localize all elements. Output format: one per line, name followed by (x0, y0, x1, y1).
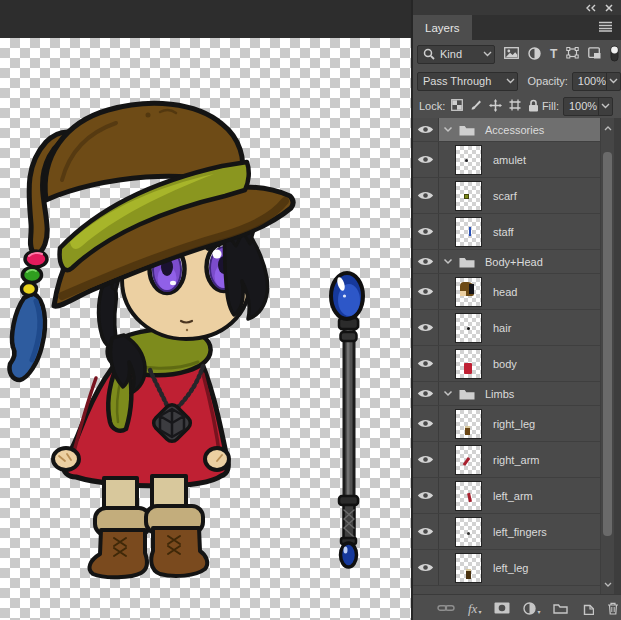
delete-layer-icon[interactable] (607, 602, 619, 615)
smart-object-filter-icon[interactable] (588, 47, 601, 61)
opacity-dropdown[interactable]: 100% (572, 72, 621, 91)
row-content[interactable]: left_fingers (439, 514, 600, 549)
layer-thumbnail[interactable] (455, 217, 482, 247)
add-adjustment-layer-icon[interactable]: ▾ (523, 602, 540, 615)
chevron-down-icon (504, 78, 517, 84)
eye-icon[interactable] (413, 178, 439, 213)
eye-icon[interactable] (413, 514, 439, 549)
fill-label: Fill: (542, 100, 559, 112)
layer-thumbnail[interactable] (455, 277, 482, 307)
lock-artboard-icon[interactable] (509, 99, 521, 113)
eye-icon[interactable] (413, 310, 439, 345)
scrollbar-thumb[interactable] (603, 152, 612, 536)
layer-style-fx-icon[interactable]: fx▾ (468, 602, 481, 615)
layers-scrollbar[interactable] (600, 118, 614, 594)
thumbnail-art-head (460, 282, 474, 296)
eye-icon[interactable] (413, 406, 439, 441)
layer-row-left_fingers[interactable]: left_fingers (413, 514, 600, 550)
lock-position-icon[interactable] (489, 99, 502, 114)
scroll-down-arrow[interactable] (601, 576, 614, 592)
link-layers-icon[interactable] (437, 603, 455, 613)
row-content[interactable]: Accessories (439, 118, 600, 141)
add-layer-mask-icon[interactable] (494, 602, 510, 614)
layer-thumbnail[interactable] (455, 481, 482, 511)
layer-group-row-Accessories[interactable]: Accessories (413, 118, 600, 142)
layer-thumbnail[interactable] (455, 181, 482, 211)
adjustment-layer-filter-icon[interactable] (528, 47, 541, 62)
layer-row-right_arm[interactable]: right_arm (413, 442, 600, 478)
row-content[interactable]: body (439, 346, 600, 381)
row-content[interactable]: right_leg (439, 406, 600, 441)
new-group-icon[interactable] (553, 602, 568, 614)
layer-thumbnail[interactable] (455, 409, 482, 439)
layer-row-right_leg[interactable]: right_leg (413, 406, 600, 442)
row-content[interactable]: left_leg (439, 550, 600, 585)
row-content[interactable]: amulet (439, 142, 600, 177)
thumbnail-art-right_arm (463, 456, 471, 465)
eye-icon[interactable] (413, 442, 439, 477)
layer-thumbnail[interactable] (455, 517, 482, 547)
layer-row-body[interactable]: body (413, 346, 600, 382)
type-layer-filter-icon[interactable]: T (550, 48, 557, 60)
new-layer-icon[interactable] (581, 602, 594, 615)
eye-icon[interactable] (413, 214, 439, 249)
layer-row-staff[interactable]: staff (413, 214, 600, 250)
layer-name-label: left_fingers (493, 526, 547, 538)
document-canvas[interactable] (0, 38, 411, 620)
layer-row-hair[interactable]: hair (413, 310, 600, 346)
row-content[interactable]: staff (439, 214, 600, 249)
row-content[interactable]: scarf (439, 178, 600, 213)
staff-art (331, 273, 363, 567)
eye-icon[interactable] (413, 118, 439, 141)
photoshop-window: Layers Kind (0, 0, 621, 620)
scroll-up-arrow[interactable] (601, 120, 614, 136)
layer-thumbnail[interactable] (455, 553, 482, 583)
shape-layer-filter-icon[interactable] (566, 47, 579, 61)
double-chevron-left-icon[interactable] (585, 2, 596, 14)
layer-thumbnail[interactable] (455, 313, 482, 343)
eye-icon[interactable] (413, 382, 439, 405)
layer-name-label: left_leg (493, 562, 528, 574)
layer-thumbnail[interactable] (455, 349, 482, 379)
close-x-icon[interactable] (605, 2, 613, 14)
layer-thumbnail[interactable] (455, 145, 482, 175)
row-content[interactable]: Limbs (439, 382, 600, 405)
eye-icon[interactable] (413, 142, 439, 177)
chevron-down-icon[interactable] (443, 390, 453, 397)
layer-row-left_leg[interactable]: left_leg (413, 550, 600, 586)
lock-all-icon[interactable] (528, 99, 539, 114)
blend-mode-dropdown[interactable]: Pass Through (417, 72, 518, 91)
eye-icon[interactable] (413, 250, 439, 273)
layer-row-amulet[interactable]: amulet (413, 142, 600, 178)
character-artwork (0, 38, 411, 620)
layer-row-scarf[interactable]: scarf (413, 178, 600, 214)
filter-kind-dropdown[interactable]: Kind (417, 45, 495, 64)
eye-icon[interactable] (413, 478, 439, 513)
layer-group-row-Limbs[interactable]: Limbs (413, 382, 600, 406)
thumbnail-art-scarf (464, 194, 469, 199)
layer-row-head[interactable]: head (413, 274, 600, 310)
eye-icon[interactable] (413, 274, 439, 309)
layer-name-label: body (493, 358, 517, 370)
layer-filter-row: Kind T (413, 40, 621, 68)
row-content[interactable]: hair (439, 310, 600, 345)
chevron-down-icon[interactable] (443, 258, 453, 265)
row-content[interactable]: left_arm (439, 478, 600, 513)
row-content[interactable]: head (439, 274, 600, 309)
lock-image-pixels-icon[interactable] (470, 99, 482, 113)
pixel-layer-filter-icon[interactable] (504, 47, 519, 61)
row-content[interactable]: Body+Head (439, 250, 600, 273)
chevron-down-icon[interactable] (443, 126, 453, 133)
fill-dropdown[interactable]: 100% (563, 97, 613, 116)
eye-icon[interactable] (413, 346, 439, 381)
tab-layers[interactable]: Layers (413, 15, 472, 40)
layer-filtering-toggle[interactable] (610, 45, 619, 64)
row-content[interactable]: right_arm (439, 442, 600, 477)
lock-transparent-pixels-icon[interactable] (451, 99, 463, 113)
layer-thumbnail[interactable] (455, 445, 482, 475)
layer-row-left_arm[interactable]: left_arm (413, 478, 600, 514)
panel-menu-lines-icon[interactable] (598, 21, 613, 34)
layer-group-row-Body+Head[interactable]: Body+Head (413, 250, 600, 274)
thumbnail-art-right_leg (465, 426, 470, 435)
eye-icon[interactable] (413, 550, 439, 585)
